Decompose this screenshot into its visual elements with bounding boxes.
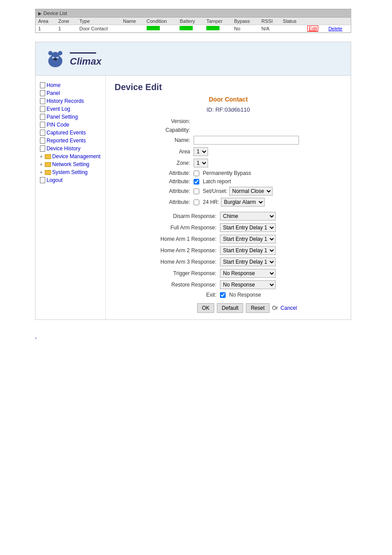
- attr-checkbox-label-0[interactable]: Permanently Bypass: [194, 170, 251, 176]
- zone-select[interactable]: 1: [194, 159, 208, 167]
- exit-checkbox-label[interactable]: No Response: [220, 292, 261, 298]
- plus-icon: +: [40, 154, 43, 159]
- sidebar-item-network-setting[interactable]: + Network Setting: [40, 161, 101, 167]
- exit-checkbox[interactable]: [220, 292, 226, 298]
- attr-select-3[interactable]: Burglar Alarm Fire Medical: [221, 198, 265, 207]
- home-arm2-response-select[interactable]: No Response Chime Start Entry Delay 1 St…: [220, 246, 276, 255]
- condition-bar: [147, 26, 160, 30]
- cell-status: [280, 25, 305, 33]
- capability-label: Capability:: [115, 127, 194, 133]
- attr-checkbox-0[interactable]: [194, 170, 199, 176]
- cancel-link[interactable]: Cancel: [281, 305, 297, 311]
- attr-row-1: Attribute: Latch report: [115, 178, 342, 185]
- sidebar-item-panel-setting[interactable]: Panel Setting: [40, 114, 101, 120]
- sidebar-item-reported-events[interactable]: Reported Events: [40, 138, 101, 144]
- restore-response-label: Restore Response:: [115, 282, 220, 288]
- reset-button[interactable]: Reset: [246, 303, 269, 313]
- cell-area: 1: [36, 25, 56, 33]
- sidebar-link-event-log[interactable]: Event Log: [47, 106, 70, 112]
- cell-name: [120, 25, 144, 33]
- sidebar: Home Panel History Records Event Log Pan…: [36, 76, 106, 319]
- sidebar-item-event-log[interactable]: Event Log: [40, 106, 101, 112]
- name-input[interactable]: [194, 136, 299, 145]
- disarm-response-row: Disarm Response: No Response Chime Start…: [115, 212, 342, 221]
- footer-link[interactable]: [35, 333, 383, 338]
- page-icon: [40, 130, 45, 136]
- cell-delete[interactable]: Delete: [326, 25, 351, 33]
- restore-response-select[interactable]: No Response Chime Start Entry Delay 1: [220, 280, 276, 289]
- disarm-response-select[interactable]: No Response Chime Start Entry Delay 1 St…: [220, 212, 276, 221]
- sidebar-item-logout[interactable]: Logout: [40, 177, 101, 183]
- sidebar-link-panel[interactable]: Panel: [47, 90, 60, 96]
- tamper-bar: [206, 26, 219, 30]
- sidebar-link-captured-events[interactable]: Captured Events: [47, 130, 86, 136]
- sidebar-link-device-management[interactable]: Device Management: [52, 153, 101, 160]
- sidebar-link-panel-setting[interactable]: Panel Setting: [47, 114, 78, 120]
- sidebar-item-panel[interactable]: Panel: [40, 90, 101, 96]
- logo-text-area: Climax: [70, 52, 101, 67]
- sidebar-group-network-setting: + Network Setting: [40, 161, 101, 167]
- attr-checkbox-2[interactable]: [194, 189, 199, 194]
- sidebar-item-history-records[interactable]: History Records: [40, 98, 101, 104]
- attr-label-1: Attribute:: [115, 178, 194, 185]
- sidebar-item-captured-events[interactable]: Captured Events: [40, 130, 101, 136]
- device-list-header: ▶ Device List: [36, 9, 351, 18]
- sidebar-link-logout[interactable]: Logout: [47, 177, 63, 183]
- full-arm-response-select[interactable]: No Response Chime Start Entry Delay 1 St…: [220, 223, 276, 232]
- plus-icon: +: [40, 162, 43, 167]
- version-row: Version:: [115, 118, 342, 124]
- restore-response-row: Restore Response: No Response Chime Star…: [115, 280, 342, 289]
- attr-checkbox-1[interactable]: [194, 179, 199, 185]
- area-label: Area: [115, 149, 194, 155]
- edit-link[interactable]: Edit: [307, 25, 318, 32]
- cell-edit[interactable]: Edit: [305, 25, 326, 33]
- page-icon: [40, 98, 45, 104]
- col-battery: Battery: [177, 18, 204, 25]
- default-button[interactable]: Default: [217, 303, 243, 313]
- sidebar-item-pin-code[interactable]: PIN Code: [40, 122, 101, 128]
- attr-text-2: Set/Unset:: [203, 188, 227, 194]
- attr-select-2[interactable]: Normal Close Normal Open: [229, 187, 273, 196]
- logo-area: Climax: [44, 49, 101, 71]
- sidebar-item-device-history[interactable]: Device History: [40, 145, 101, 152]
- svg-point-4: [52, 57, 54, 58]
- attr-row-0: Attribute: Permanently Bypass: [115, 170, 342, 176]
- sidebar-link-device-history[interactable]: Device History: [47, 145, 80, 152]
- or-text: Or: [272, 305, 278, 311]
- trigger-response-select[interactable]: No Response Chime Start Entry Delay 1: [220, 269, 276, 278]
- responses-section: Disarm Response: No Response Chime Start…: [115, 212, 342, 289]
- cell-battery: [177, 25, 204, 33]
- exit-label: Exit:: [115, 292, 220, 298]
- delete-link[interactable]: Delete: [328, 26, 342, 31]
- attr-checkbox-3[interactable]: [194, 200, 199, 205]
- col-area: Area: [36, 18, 56, 25]
- cell-type: Door Contact: [77, 25, 121, 33]
- battery-bar: [180, 26, 193, 30]
- sidebar-group-system-setting: + System Setting: [40, 169, 101, 175]
- cell-condition: [144, 25, 177, 33]
- sidebar-link-history-records[interactable]: History Records: [47, 98, 84, 104]
- area-select[interactable]: 1: [194, 147, 208, 156]
- home-arm3-response-select[interactable]: No Response Chime Start Entry Delay 1 St…: [220, 258, 276, 266]
- sidebar-link-reported-events[interactable]: Reported Events: [47, 138, 86, 144]
- home-arm1-response-select[interactable]: No Response Chime Start Entry Delay 1 St…: [220, 235, 276, 243]
- col-bypass: Bypass: [231, 18, 259, 25]
- sidebar-link-home[interactable]: Home: [47, 82, 61, 88]
- page-icon: [40, 177, 45, 183]
- attr-checkbox-label-1[interactable]: Latch report: [194, 178, 231, 185]
- panel-top: Climax: [36, 42, 351, 76]
- sidebar-link-system-setting[interactable]: System Setting: [52, 169, 88, 175]
- sidebar-item-home[interactable]: Home: [40, 82, 101, 88]
- sidebar-link-pin-code[interactable]: PIN Code: [47, 122, 69, 128]
- sidebar-link-network-setting[interactable]: Network Setting: [52, 161, 90, 167]
- attr-label-0: Attribute:: [115, 170, 194, 176]
- sidebar-item-system-setting[interactable]: + System Setting: [40, 169, 101, 175]
- zone-label: Zone:: [115, 160, 194, 166]
- svg-point-3: [58, 51, 62, 55]
- attr-text-1: Latch report: [203, 178, 231, 185]
- sidebar-item-device-management[interactable]: + Device Management: [40, 153, 101, 160]
- home-arm1-response-row: Home Arm 1 Response: No Response Chime S…: [115, 235, 342, 243]
- folder-icon: [45, 170, 51, 175]
- col-condition: Condition: [144, 18, 177, 25]
- ok-button[interactable]: OK: [197, 303, 214, 313]
